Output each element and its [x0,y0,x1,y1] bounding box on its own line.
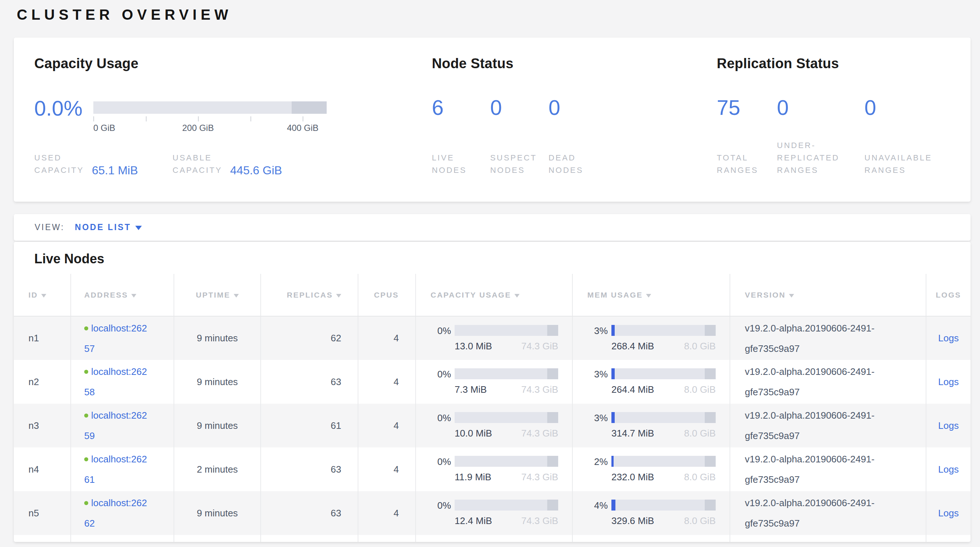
uptime-cell: 2 minutes [174,447,261,491]
mem-bar-fill [611,499,616,510]
column-header-mem-usage[interactable]: MEM USAGE [573,274,730,316]
mem-bar-fill [611,368,615,379]
column-label: LOGS [936,291,961,299]
mem-bar-reserved-segment [705,412,716,423]
mem-used-value: 329.6 MiB [611,515,654,526]
uptime-cell: 9 minutes [174,360,261,404]
version-cell: v19.2.0-alpha.20190606-2491-gfe735c9a97 [730,491,926,535]
suspect-nodes-value: 0 [490,96,548,119]
node-status-section: Node Status 6 LIVE NODES 0 SUSPECT NODES… [432,56,717,181]
page-title: CLUSTER OVERVIEW [17,6,980,23]
column-label: CAPACITY USAGE [431,291,511,299]
live-status-icon [84,326,88,331]
mem-bar [611,499,716,510]
mem-used-value: 232.0 MiB [611,472,654,483]
view-dropdown[interactable]: NODE LIST [75,223,142,232]
node-address-cell: localhost:26261 [71,447,174,491]
capacity-total-value: 74.3 GiB [521,340,558,352]
table-row: n1 localhost:26257 9 minutes 62 4 0% 13.… [14,316,970,360]
axis-tick-label: 0 GiB [93,123,115,133]
node-address-link[interactable]: localhost:26259 [84,410,147,441]
capacity-usage-cell: 0% 11.9 MiB 74.3 GiB [415,447,573,491]
replicas-cell: 63 [261,491,358,535]
live-nodes-label: LIVE NODES [432,152,477,177]
replicas-cell: 62 [261,316,358,360]
capacity-used-value: 10.0 MiB [455,428,492,439]
logs-link[interactable]: Logs [938,464,958,475]
column-header-address[interactable]: ADDRESS [71,274,174,316]
capacity-bar-reserved-segment [547,456,558,467]
logs-link[interactable]: Logs [938,332,958,343]
column-header-id[interactable]: ID [14,274,71,316]
capacity-usage-cell: 0% 12.4 MiB 74.3 GiB [415,491,573,535]
unavailable-ranges-stat: 0 UNAVAILABLE RANGES [864,99,950,177]
replicas-cell: 63 [261,447,358,491]
logs-link[interactable]: Logs [938,376,958,387]
view-dropdown-selected: NODE LIST [75,223,131,232]
capacity-total-value: 74.3 GiB [521,515,558,526]
node-id-cell: n5 [14,491,71,535]
axis-tick [250,116,251,121]
used-capacity-stat: USED CAPACITY 65.1 MiB [34,152,138,177]
live-status-icon [84,457,88,461]
column-header-cpus: CPUS [358,274,415,316]
mem-total-value: 8.0 GiB [684,515,716,526]
table-row-partial [14,535,970,542]
node-address-link[interactable]: localhost:26261 [84,454,147,485]
dead-nodes-value: 0 [548,96,607,119]
table-row: n4 localhost:26261 2 minutes 63 4 0% 11.… [14,447,970,491]
sort-arrow-icon [646,294,651,297]
cpus-cell: 4 [358,404,415,447]
node-address-link[interactable]: localhost:26257 [84,323,147,354]
capacity-total-value: 74.3 GiB [521,472,558,483]
suspect-nodes-stat: 0 SUSPECT NODES [490,99,548,177]
column-label: CPUS [374,291,399,299]
column-header-uptime[interactable]: UPTIME [174,274,261,316]
capacity-used-value: 7.3 MiB [455,384,487,395]
mem-bar-fill [611,325,615,336]
axis-tick [198,116,199,121]
capacity-bar-reserved-segment [547,325,558,336]
axis-tick [146,116,146,121]
column-label: REPLICAS [287,291,333,299]
mem-bar [611,368,716,379]
logs-link[interactable]: Logs [938,420,958,431]
logs-cell: Logs [926,491,970,535]
column-header-replicas[interactable]: REPLICAS [261,274,358,316]
mem-bar [611,325,716,336]
total-ranges-value: 75 [717,96,777,119]
capacity-used-value: 13.0 MiB [455,340,492,352]
sort-arrow-icon [234,294,239,297]
total-ranges-stat: 75 TOTAL RANGES [717,99,777,177]
capacity-bar [455,456,558,467]
sort-arrow-icon [41,294,46,297]
mem-bar-reserved-segment [705,456,716,467]
live-status-icon [84,501,88,505]
mem-percent: 3% [587,412,608,424]
column-header-capacity-usage[interactable]: CAPACITY USAGE [415,274,573,316]
column-header-version[interactable]: VERSION [730,274,926,316]
mem-bar-fill [611,412,615,423]
uptime-cell: 9 minutes [174,404,261,447]
logs-cell: Logs [926,447,970,491]
node-address-link[interactable]: localhost:26262 [84,498,147,529]
capacity-used-value: 11.9 MiB [455,472,492,483]
under-replicated-ranges-label: UNDER-REPLICATED RANGES [777,139,852,177]
cluster-summary-card: Capacity Usage 0.0% 0 GiB 200 GiB [14,38,970,202]
capacity-usage-title: Capacity Usage [34,56,432,72]
capacity-usage-cell: 0% 13.0 MiB 74.3 GiB [415,316,573,360]
view-label: VIEW: [35,223,65,232]
axis-tick-label: 400 GiB [287,123,319,133]
cpus-cell: 4 [358,447,415,491]
logs-link[interactable]: Logs [938,507,958,518]
version-cell: v19.2.0-alpha.20190606-2491-gfe735c9a97 [730,447,926,491]
capacity-bar-reserved-segment [547,412,558,423]
logs-cell: Logs [926,404,970,447]
logs-cell: Logs [926,360,970,404]
node-address-link[interactable]: localhost:26258 [84,366,147,398]
capacity-usage-section: Capacity Usage 0.0% 0 GiB 200 GiB [34,56,432,181]
mem-bar-reserved-segment [705,499,716,510]
capacity-bar [455,412,558,423]
node-address-cell: localhost:26262 [71,491,174,535]
mem-total-value: 8.0 GiB [684,384,716,395]
